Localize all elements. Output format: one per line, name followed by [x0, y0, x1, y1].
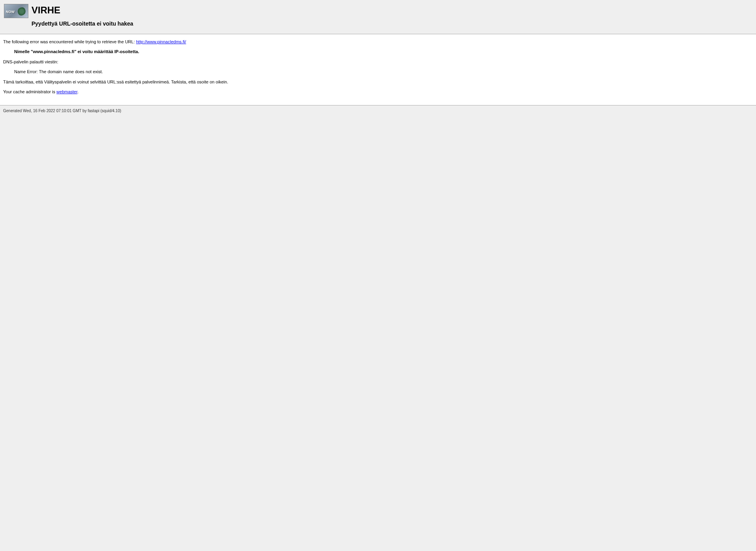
- squid-logo: [4, 4, 28, 18]
- admin-suffix: .: [78, 89, 79, 94]
- intro-paragraph: The following error was encountered whil…: [3, 39, 753, 45]
- admin-paragraph: Your cache administrator is webmaster.: [3, 89, 753, 95]
- error-header: VIRHE Pyydettyä URL-osoitetta ei voitu h…: [0, 0, 756, 31]
- dns-intro: DNS-palvelin palautti viestin:: [3, 59, 753, 65]
- error-message: Nimelle "www.pinnacledms.fi" ei voitu mä…: [14, 49, 753, 55]
- failed-url-link[interactable]: http://www.pinnacledms.fi/: [136, 39, 186, 44]
- webmaster-link[interactable]: webmaster: [56, 89, 77, 94]
- admin-text: Your cache administrator is: [3, 89, 56, 94]
- header-text: VIRHE Pyydettyä URL-osoitetta ei voitu h…: [32, 4, 133, 27]
- explanation-text: Tämä tarkoittaa, että Välityspalvelin ei…: [3, 79, 753, 85]
- error-bold-text: Nimelle "www.pinnacledms.fi" ei voitu mä…: [14, 49, 139, 54]
- error-title: VIRHE: [32, 5, 133, 16]
- error-content: The following error was encountered whil…: [0, 34, 756, 105]
- footer: Generated Wed, 16 Feb 2022 07:10:01 GMT …: [0, 105, 756, 116]
- generated-text: Generated Wed, 16 Feb 2022 07:10:01 GMT …: [3, 109, 121, 113]
- error-subtitle: Pyydettyä URL-osoitetta ei voitu hakea: [32, 20, 133, 27]
- dns-error-message: Name Error: The domain name does not exi…: [14, 69, 753, 75]
- intro-text: The following error was encountered whil…: [3, 39, 136, 44]
